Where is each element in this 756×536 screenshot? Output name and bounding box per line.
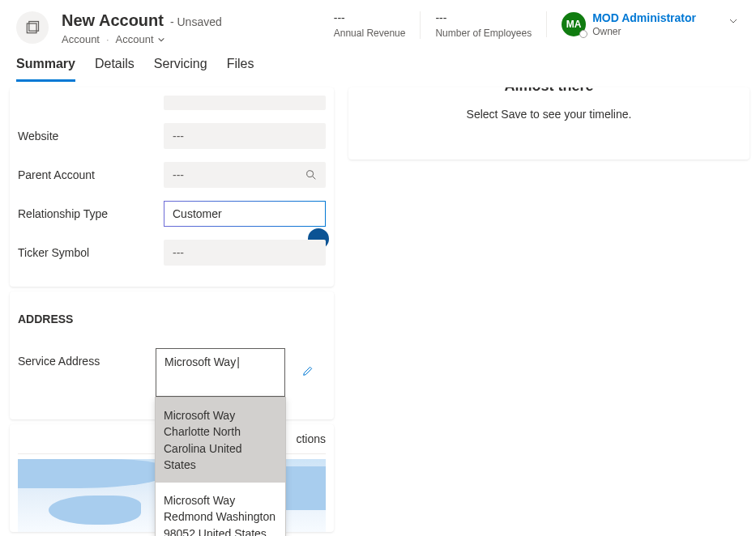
entity-type-label: Account — [62, 33, 100, 45]
chevron-down-icon — [727, 15, 740, 28]
svg-rect-0 — [27, 23, 36, 33]
header-field-num-employees[interactable]: --- Number of Employees — [420, 11, 546, 39]
service-address-input-text: Microsoft Way — [164, 355, 240, 368]
num-employees-label: Number of Employees — [435, 28, 532, 39]
parent-account-lookup[interactable]: --- — [164, 162, 326, 188]
ticker-symbol-label: Ticker Symbol — [18, 246, 164, 259]
map-tab-partial[interactable]: ctions — [296, 429, 326, 453]
form-tabs: Summary Details Servicing Files — [0, 45, 756, 83]
svg-rect-1 — [29, 22, 39, 32]
search-icon — [305, 168, 318, 181]
header-expand-button[interactable] — [727, 11, 740, 30]
annual-revenue-value: --- — [334, 11, 406, 24]
annual-revenue-label: Annual Revenue — [334, 28, 406, 39]
ticker-symbol-input[interactable]: --- — [164, 240, 326, 266]
form-selector-label: Account — [116, 33, 154, 45]
owner-label: Owner — [592, 26, 696, 37]
owner-avatar-initials: MA — [566, 19, 582, 30]
presence-indicator — [579, 30, 587, 38]
timeline-subtitle: Select Save to see your timeline. — [373, 108, 725, 121]
tab-servicing[interactable]: Servicing — [154, 57, 207, 82]
page-title: New Account — [62, 11, 164, 30]
chevron-down-icon — [157, 36, 165, 44]
parent-account-label: Parent Account — [18, 168, 164, 181]
address-suggestions: Microsoft Way Charlotte North Carolina U… — [155, 397, 286, 536]
pencil-icon — [301, 364, 314, 377]
owner-name: MOD Administrator — [592, 11, 696, 24]
relationship-type-label: Relationship Type — [18, 207, 164, 220]
relationship-type-select[interactable]: Customer — [164, 201, 326, 227]
form-selector[interactable]: Account — [116, 33, 165, 45]
svg-point-2 — [307, 171, 314, 177]
section-address: ADDRESS Service Address Microsoft Way Mi… — [10, 291, 334, 419]
field-partial[interactable] — [164, 96, 326, 110]
suggestion-item[interactable]: Microsoft Way Redmond Washington 98052 U… — [156, 483, 285, 536]
save-status: - Unsaved — [170, 15, 222, 28]
timeline-title: Almost there — [373, 87, 725, 95]
address-section-title: ADDRESS — [18, 296, 326, 340]
website-label: Website — [18, 130, 164, 143]
tab-files[interactable]: Files — [227, 57, 254, 82]
service-address-input[interactable]: Microsoft Way — [156, 348, 285, 397]
breadcrumb-sep: · — [106, 33, 109, 45]
service-address-label: Service Address — [18, 348, 156, 368]
num-employees-value: --- — [435, 11, 532, 24]
owner-avatar: MA — [562, 12, 586, 36]
section-account-info: Website --- Parent Account --- Relations… — [10, 87, 334, 287]
header-field-owner[interactable]: MA MOD Administrator Owner — [546, 11, 711, 37]
edit-address-button[interactable] — [301, 364, 314, 380]
suggestion-item[interactable]: Microsoft Way Charlotte North Carolina U… — [156, 398, 285, 483]
header-field-annual-revenue[interactable]: --- Annual Revenue — [319, 11, 421, 39]
website-input[interactable]: --- — [164, 123, 326, 149]
tab-summary[interactable]: Summary — [16, 57, 75, 82]
tab-details[interactable]: Details — [95, 57, 135, 82]
timeline-section: Almost there Select Save to see your tim… — [348, 87, 750, 160]
entity-icon — [16, 11, 49, 44]
